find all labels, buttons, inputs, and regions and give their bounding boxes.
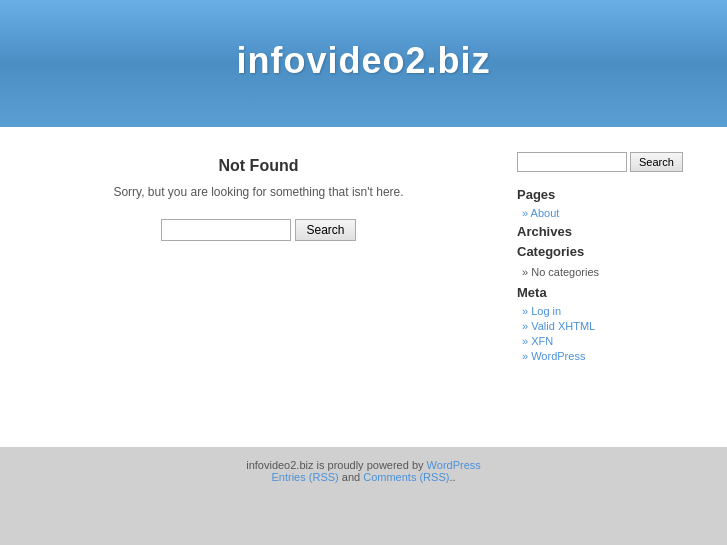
not-found-title: Not Found [40, 157, 477, 175]
main-content: Not Found Sorry, but you are looking for… [20, 147, 507, 427]
main-search-form: Search [40, 219, 477, 241]
sidebar-no-categories: No categories [517, 266, 599, 278]
page-wrapper: infovideo2.biz Not Found Sorry, but you … [0, 0, 727, 545]
site-header: infovideo2.biz [0, 0, 727, 127]
footer-end-text: .. [449, 471, 455, 483]
sidebar-link-xfn[interactable]: XFN [517, 335, 697, 347]
sidebar-section-title-archives: Archives [517, 224, 697, 239]
sidebar-section-title-categories: Categories [517, 244, 697, 259]
site-footer: infovideo2.biz is proudly powered by Wor… [0, 447, 727, 495]
sidebar-link-valid-xhtml[interactable]: Valid XHTML [517, 320, 697, 332]
footer-comments-rss-link[interactable]: Comments (RSS) [363, 471, 449, 483]
sidebar-section-pages: Pages About [517, 187, 697, 219]
sidebar-section-categories: Categories No categories [517, 244, 697, 280]
sidebar-search-form: Search [517, 152, 697, 172]
footer-wordpress-link[interactable]: WordPress [427, 459, 481, 471]
main-search-input[interactable] [161, 219, 291, 241]
sidebar-section-title-pages: Pages [517, 187, 697, 202]
footer-and-text: and [339, 471, 363, 483]
content-area: Not Found Sorry, but you are looking for… [0, 127, 727, 447]
sidebar-link-about[interactable]: About [517, 207, 697, 219]
main-search-button[interactable]: Search [295, 219, 355, 241]
sidebar-search-input[interactable] [517, 152, 627, 172]
site-title: infovideo2.biz [20, 40, 707, 82]
sidebar-link-login[interactable]: Log in [517, 305, 697, 317]
sidebar-link-wordpress[interactable]: WordPress [517, 350, 697, 362]
sidebar-search-button[interactable]: Search [630, 152, 683, 172]
sidebar-section-meta: Meta Log in Valid XHTML XFN WordPress [517, 285, 697, 362]
not-found-message: Sorry, but you are looking for something… [40, 185, 477, 199]
footer-text-before: infovideo2.biz is proudly powered by [246, 459, 426, 471]
sidebar-section-archives: Archives [517, 224, 697, 239]
sidebar: Search Pages About Archives Categories N… [507, 147, 707, 427]
footer-entries-rss-link[interactable]: Entries (RSS) [271, 471, 338, 483]
sidebar-section-title-meta: Meta [517, 285, 697, 300]
